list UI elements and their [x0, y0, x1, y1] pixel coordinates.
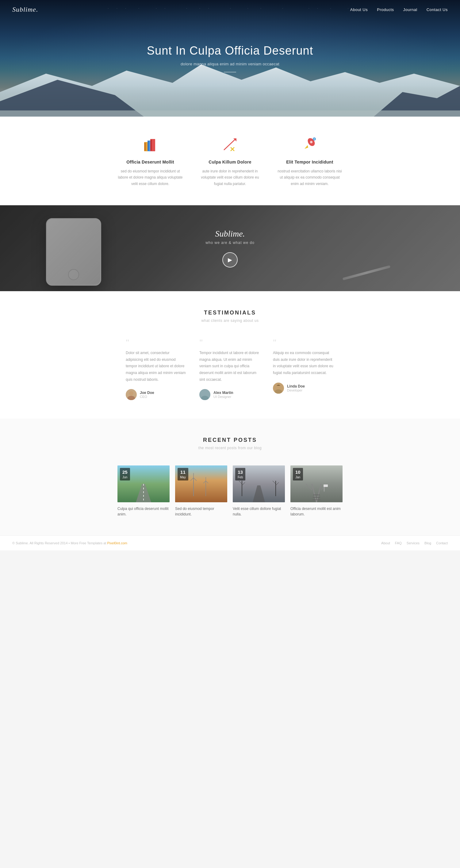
hero-divider [224, 72, 236, 72]
avatar-linda [273, 382, 284, 394]
video-logo: Sublime. [205, 229, 255, 239]
logo[interactable]: Sublime. [12, 5, 38, 13]
svg-point-18 [314, 138, 315, 140]
author-1-info: Joe Doe CEO [140, 391, 154, 399]
feature-1-title: Officia Deserunt Mollit [117, 159, 184, 164]
testimonial-2: " Tempor incididunt ut labore et dolore … [193, 338, 267, 400]
post-4-date: 10 Jan [293, 468, 303, 480]
svg-point-19 [129, 391, 133, 396]
nav-links: About Us Products Journal Contact Us [350, 7, 448, 12]
author-2-info: Alex Martin UI Designer [213, 391, 233, 399]
features-section: Officia Deserunt Mollit sed do eiusmod t… [0, 117, 460, 205]
post-4-image[interactable]: 10 Jan [290, 465, 342, 502]
video-subtitle: who we are & what we do [205, 241, 255, 245]
feature-item-2: Culpa Killum Dolore aute irure dolor in … [190, 135, 270, 187]
testimonials-subtitle: what clients are saying about us [12, 318, 448, 323]
hero-content: Sunt In Culpa Officia Deserunt dolore ma… [147, 44, 314, 72]
footer-link-about[interactable]: About [381, 541, 390, 545]
quote-mark-1: " [126, 338, 187, 347]
feature-2-title: Culpa Killum Dolore [196, 159, 264, 164]
nav-journal[interactable]: Journal [403, 7, 417, 12]
author-3-role: Developer [287, 389, 305, 392]
footer-links: About FAQ Services Blog Contact [381, 541, 448, 545]
post-2-image[interactable]: 11 May [175, 465, 227, 502]
footer-link-blog[interactable]: Blog [424, 541, 431, 545]
testimonials-grid: " Dolor sit amet, consectetur adipisicin… [12, 338, 448, 400]
footer-copy: © Sublime. All Rights Reserved 2014 • Mo… [12, 541, 127, 545]
post-1: 25 Jun Culpa qui officia deserunt mollit… [118, 465, 170, 517]
svg-point-22 [201, 396, 208, 400]
author-2-name: Alex Martin [213, 391, 233, 395]
testimonial-1-author: Joe Doe CEO [126, 389, 187, 400]
testimonials-title: TESTIMONIALS [12, 310, 448, 316]
navigation: Sublime. About Us Products Journal Conta… [0, 0, 460, 19]
post-1-image[interactable]: 25 Jun [118, 465, 170, 502]
play-button[interactable]: ▶ [222, 252, 238, 268]
video-section: Sublime. who we are & what we do ▶ [0, 205, 460, 291]
svg-point-21 [203, 391, 207, 396]
hero-title: Sunt In Culpa Officia Deserunt [147, 44, 314, 57]
books-icon [141, 135, 160, 153]
post-2-date: 11 May [177, 468, 188, 480]
footer: © Sublime. All Rights Reserved 2014 • Mo… [0, 535, 460, 551]
posts-grid: 25 Jun Culpa qui officia deserunt mollit… [12, 465, 448, 517]
post-3-title[interactable]: Velit esse cillum dollore fugiat nulla. [233, 506, 285, 517]
posts-title: RECENT POSTS [12, 437, 448, 443]
feature-item-1: Officia Deserunt Mollit sed do eiusmod t… [110, 135, 190, 187]
post-3-image[interactable]: 13 Feb [233, 465, 285, 502]
hero-subtitle: dolore magna aliqua enim ad minim veniam… [147, 62, 314, 66]
footer-brand-link[interactable]: Pixel0int.com [107, 541, 127, 545]
posts-subtitle: the most recent posts from our blog [12, 446, 448, 450]
nav-products[interactable]: Products [377, 7, 394, 12]
feature-3-text: nostrud exercitation ullamco laboris nis… [276, 168, 343, 187]
post-1-title[interactable]: Culpa qui officia deserunt mollit anim. [118, 506, 170, 517]
post-3: 13 Feb Velit esse cillum dollore fugiat … [233, 465, 285, 517]
rocket-icon [300, 135, 319, 153]
post-4-title[interactable]: Officia deserunt mollit est anim laborum… [290, 506, 342, 517]
svg-point-20 [128, 396, 135, 400]
testimonial-2-author: Alex Martin UI Designer [199, 389, 261, 400]
nav-contact[interactable]: Contact Us [427, 7, 448, 12]
post-2: 11 May Sed do eiusmod tempor incididunt. [175, 465, 227, 517]
post-3-date: 13 Feb [235, 468, 245, 480]
post-4: 10 Jan Officia deserunt mollit est anim … [290, 465, 342, 517]
svg-rect-3 [0, 111, 460, 117]
svg-rect-5 [144, 143, 146, 151]
svg-point-15 [310, 141, 313, 143]
testimonial-3-author: Linda Doe Developer [273, 382, 334, 394]
post-1-date: 25 Jun [120, 468, 130, 480]
testimonial-1-text: Dolor sit amet, consectetur adipisicing … [126, 350, 187, 383]
feature-1-text: sed do eiusmod tempor incididunt ut labo… [117, 168, 184, 187]
author-3-info: Linda Doe Developer [287, 384, 305, 392]
footer-link-services[interactable]: Services [407, 541, 420, 545]
svg-marker-16 [304, 145, 308, 149]
testimonial-1: " Dolor sit amet, consectetur adipisicin… [120, 338, 193, 400]
author-1-role: CEO [140, 395, 154, 399]
testimonials-section: TESTIMONIALS what clients are saying abo… [0, 291, 460, 418]
svg-rect-9 [151, 140, 152, 151]
feature-item-3: Elit Tempor Incididunt nostrud exercitat… [270, 135, 350, 187]
author-2-role: UI Designer [213, 395, 233, 399]
footer-link-contact[interactable]: Contact [436, 541, 448, 545]
chart-icon [221, 135, 239, 153]
quote-mark-3: " [273, 338, 334, 347]
author-3-name: Linda Doe [287, 384, 305, 389]
quote-mark-2: " [199, 338, 261, 347]
testimonial-2-text: Tempor incididunt ut labore et dolore ma… [199, 350, 261, 383]
testimonial-3: " Aliquip ex ea commodo consequat duis a… [267, 338, 340, 400]
feature-2-text: aute irure dolor in reprehenderit in vol… [196, 168, 264, 187]
author-1-name: Joe Doe [140, 391, 154, 395]
avatar-alex [199, 389, 210, 400]
feature-3-title: Elit Tempor Incididunt [276, 159, 343, 164]
testimonial-3-text: Aliquip ex ea commodo consequat duis aut… [273, 350, 334, 376]
recent-posts-section: RECENT POSTS the most recent posts from … [0, 418, 460, 535]
post-2-title[interactable]: Sed do eiusmod tempor incididunt. [175, 506, 227, 517]
footer-link-faq[interactable]: FAQ [395, 541, 402, 545]
video-content: Sublime. who we are & what we do ▶ [205, 229, 255, 268]
nav-about[interactable]: About Us [350, 7, 368, 12]
avatar-joe [126, 389, 137, 400]
svg-point-24 [275, 390, 282, 394]
svg-rect-7 [148, 141, 149, 151]
svg-rect-54 [324, 485, 328, 487]
